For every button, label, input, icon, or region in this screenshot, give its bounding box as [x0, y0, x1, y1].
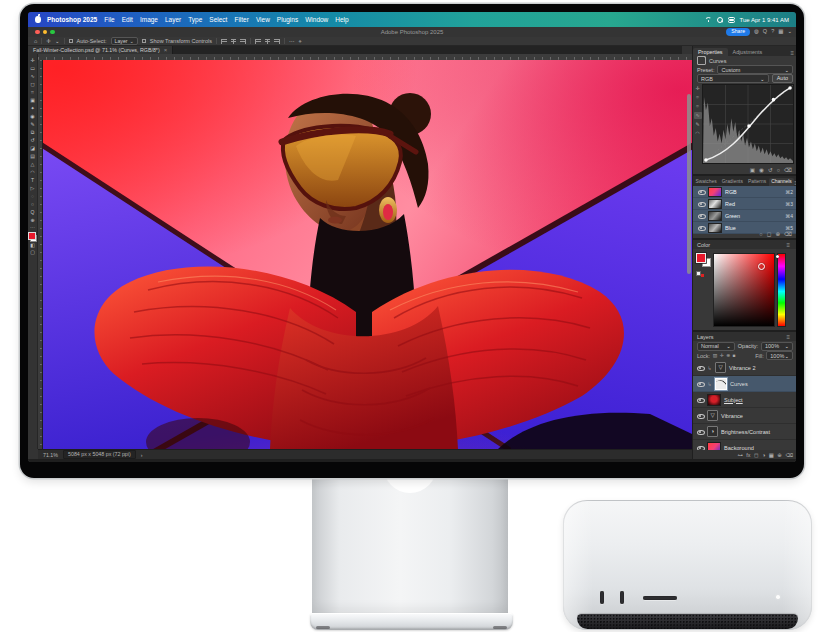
distribute-left-icon[interactable]: [255, 39, 261, 44]
preset-dropdown[interactable]: Custom⌄: [717, 65, 793, 74]
curves-layer-thumbnail[interactable]: [715, 378, 727, 390]
channel-row-rgb[interactable]: RGB ⌘2: [693, 186, 796, 198]
hue-slider-marker[interactable]: [776, 255, 779, 258]
notifications-bell-icon[interactable]: ◍: [754, 29, 759, 35]
menu-item[interactable]: Help: [335, 16, 348, 23]
layer-thumbnail[interactable]: [707, 394, 721, 406]
menu-item[interactable]: Plugins: [277, 16, 298, 23]
fill-dropdown[interactable]: 100%⌄: [766, 351, 793, 360]
tab-properties[interactable]: Properties: [693, 48, 728, 56]
visibility-eye-icon[interactable]: [696, 428, 704, 436]
tool-button[interactable]: ◻: [28, 80, 37, 88]
hue-slider[interactable]: [777, 253, 786, 327]
visibility-eye-icon[interactable]: [696, 364, 704, 372]
new-channel-icon[interactable]: ⊕: [775, 231, 780, 237]
delete-adjustment-icon[interactable]: ⌫: [784, 167, 792, 173]
discover-help-icon[interactable]: ?: [771, 29, 774, 35]
distribute-center-icon[interactable]: [265, 39, 270, 44]
spotlight-search-icon[interactable]: [717, 17, 723, 23]
menu-item[interactable]: Image: [140, 16, 158, 23]
tool-button[interactable]: Q: [28, 208, 37, 216]
layer-row-vibrance[interactable]: ▽ Vibrance: [693, 408, 796, 424]
align-options-icon[interactable]: ⌖: [298, 38, 301, 45]
menu-item[interactable]: Edit: [122, 16, 133, 23]
visibility-eye-icon[interactable]: [697, 200, 705, 208]
document-canvas[interactable]: [38, 54, 692, 449]
tab-swatches[interactable]: Swatches: [693, 178, 719, 186]
clip-to-layer-icon[interactable]: ▣: [750, 167, 755, 173]
toggle-visibility-icon[interactable]: ◉: [759, 167, 764, 173]
add-mask-icon[interactable]: ◻: [754, 452, 758, 458]
tab-gradients[interactable]: Gradients: [719, 178, 745, 186]
blend-mode-dropdown[interactable]: Normal⌄: [697, 342, 735, 351]
tool-button[interactable]: ▣: [28, 96, 37, 104]
curve-edit-icon[interactable]: ∿: [694, 112, 702, 119]
menu-item[interactable]: Filter: [234, 16, 248, 23]
tab-channels[interactable]: Channels: [769, 178, 795, 186]
tool-button[interactable]: ◉: [28, 112, 37, 120]
menu-item[interactable]: File: [104, 16, 114, 23]
opacity-dropdown[interactable]: 100%⌄: [761, 342, 793, 351]
saturation-brightness-field[interactable]: [713, 253, 775, 327]
tool-button[interactable]: ▤: [28, 152, 37, 160]
edit-toolbar-icon[interactable]: ⋯: [30, 224, 35, 231]
gray-point-eyedropper-icon[interactable]: ⌾: [696, 103, 699, 110]
tab-patterns[interactable]: Patterns: [745, 178, 768, 186]
menu-item[interactable]: Layer: [165, 16, 181, 23]
move-tool-icon[interactable]: ✛: [46, 38, 51, 44]
zoom-level[interactable]: 71.1%: [43, 452, 58, 458]
align-right-icon[interactable]: [240, 39, 246, 44]
apple-logo-icon[interactable]: [35, 16, 41, 23]
lock-position-icon[interactable]: ⊕: [726, 353, 730, 358]
control-center-icon[interactable]: [728, 17, 735, 23]
layer-row-vibrance-2[interactable]: ↳ ▽ Vibrance 2: [693, 360, 796, 376]
lock-pixels-icon[interactable]: ✛: [720, 353, 724, 358]
layer-row-subject[interactable]: Subject: [693, 392, 796, 408]
visibility-eye-icon[interactable]: [696, 412, 704, 420]
color-picker-cursor[interactable]: [758, 263, 765, 270]
default-colors-icon[interactable]: [696, 271, 704, 277]
wifi-icon[interactable]: [705, 17, 712, 22]
visibility-eye-icon[interactable]: [697, 188, 705, 196]
tool-button[interactable]: ⌗: [28, 88, 37, 96]
tool-button[interactable]: ⧉: [28, 128, 37, 136]
vertical-scrollbar[interactable]: [687, 94, 691, 274]
panel-menu-icon[interactable]: ≡: [786, 242, 793, 248]
channel-row-green[interactable]: Green ⌘4: [693, 210, 796, 222]
move-tool-chevron-icon[interactable]: ⌄: [55, 38, 60, 44]
auto-select-target-dropdown[interactable]: Layer⌄: [111, 37, 138, 45]
tab-adjustments[interactable]: Adjustments: [728, 48, 768, 56]
screen-mode-icon[interactable]: ▢: [30, 249, 35, 256]
curves-graph[interactable]: [702, 84, 794, 164]
menu-item[interactable]: Window: [305, 16, 328, 23]
layer-row-curves[interactable]: ↳ Curves: [693, 376, 796, 392]
status-chevron-icon[interactable]: ›: [141, 452, 143, 458]
menu-item[interactable]: Type: [188, 16, 202, 23]
tool-button[interactable]: ∿: [28, 72, 37, 80]
workspace-switcher-icon[interactable]: ▦: [778, 29, 783, 35]
menu-item[interactable]: Select: [209, 16, 227, 23]
visibility-eye-icon[interactable]: [697, 212, 705, 220]
workspace-chevron-icon[interactable]: ⌄: [787, 29, 792, 35]
tool-button[interactable]: ◌: [28, 192, 37, 200]
layer-row-brightness-contrast[interactable]: ◑ Brightness/Contrast: [693, 424, 796, 440]
channel-row-red[interactable]: Red ⌘3: [693, 198, 796, 210]
close-document-icon[interactable]: ×: [164, 47, 168, 53]
tool-button[interactable]: ✦: [28, 104, 37, 112]
panel-menu-icon[interactable]: ≡: [786, 334, 793, 340]
visibility-eye-icon[interactable]: [696, 396, 704, 404]
link-layers-icon[interactable]: ⊶: [737, 452, 742, 458]
auto-button[interactable]: Auto: [772, 74, 793, 83]
menu-item[interactable]: View: [256, 16, 270, 23]
align-center-icon[interactable]: [231, 39, 236, 44]
lock-transparency-icon[interactable]: ▨: [713, 353, 718, 358]
smooth-curve-icon[interactable]: ◠: [695, 130, 699, 137]
load-selection-icon[interactable]: ○: [759, 231, 762, 237]
align-left-icon[interactable]: [221, 39, 227, 44]
tool-button[interactable]: △: [28, 160, 37, 168]
previous-state-icon[interactable]: ○: [777, 167, 780, 173]
foreground-color-swatch[interactable]: [696, 253, 706, 263]
auto-select-checkbox[interactable]: [69, 39, 73, 43]
more-options-icon[interactable]: ⋯: [289, 38, 295, 44]
tool-button[interactable]: ▷: [28, 184, 37, 192]
